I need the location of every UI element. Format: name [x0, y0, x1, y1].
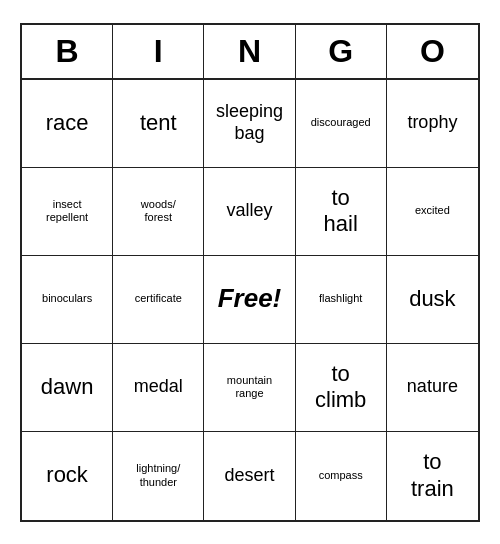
- bingo-cell-11[interactable]: certificate: [113, 256, 204, 344]
- bingo-header: B I N G O: [22, 25, 478, 80]
- bingo-cell-20[interactable]: rock: [22, 432, 113, 520]
- bingo-cell-9[interactable]: excited: [387, 168, 478, 256]
- bingo-cell-2[interactable]: sleepingbag: [204, 80, 295, 168]
- bingo-grid: racetentsleepingbagdiscouragedtrophyinse…: [22, 80, 478, 520]
- bingo-cell-13[interactable]: flashlight: [296, 256, 387, 344]
- bingo-cell-19[interactable]: nature: [387, 344, 478, 432]
- bingo-cell-4[interactable]: trophy: [387, 80, 478, 168]
- bingo-cell-8[interactable]: tohail: [296, 168, 387, 256]
- bingo-cell-23[interactable]: compass: [296, 432, 387, 520]
- bingo-cell-12[interactable]: Free!: [204, 256, 295, 344]
- bingo-cell-17[interactable]: mountainrange: [204, 344, 295, 432]
- bingo-cell-24[interactable]: totrain: [387, 432, 478, 520]
- bingo-cell-21[interactable]: lightning/thunder: [113, 432, 204, 520]
- bingo-cell-3[interactable]: discouraged: [296, 80, 387, 168]
- bingo-cell-16[interactable]: medal: [113, 344, 204, 432]
- bingo-card: B I N G O racetentsleepingbagdiscouraged…: [20, 23, 480, 522]
- header-b: B: [22, 25, 113, 78]
- bingo-cell-14[interactable]: dusk: [387, 256, 478, 344]
- header-o: O: [387, 25, 478, 78]
- bingo-cell-18[interactable]: toclimb: [296, 344, 387, 432]
- bingo-cell-7[interactable]: valley: [204, 168, 295, 256]
- header-g: G: [296, 25, 387, 78]
- bingo-cell-22[interactable]: desert: [204, 432, 295, 520]
- bingo-cell-15[interactable]: dawn: [22, 344, 113, 432]
- header-n: N: [204, 25, 295, 78]
- bingo-cell-5[interactable]: insectrepellent: [22, 168, 113, 256]
- header-i: I: [113, 25, 204, 78]
- bingo-cell-0[interactable]: race: [22, 80, 113, 168]
- bingo-cell-10[interactable]: binoculars: [22, 256, 113, 344]
- bingo-cell-6[interactable]: woods/forest: [113, 168, 204, 256]
- bingo-cell-1[interactable]: tent: [113, 80, 204, 168]
